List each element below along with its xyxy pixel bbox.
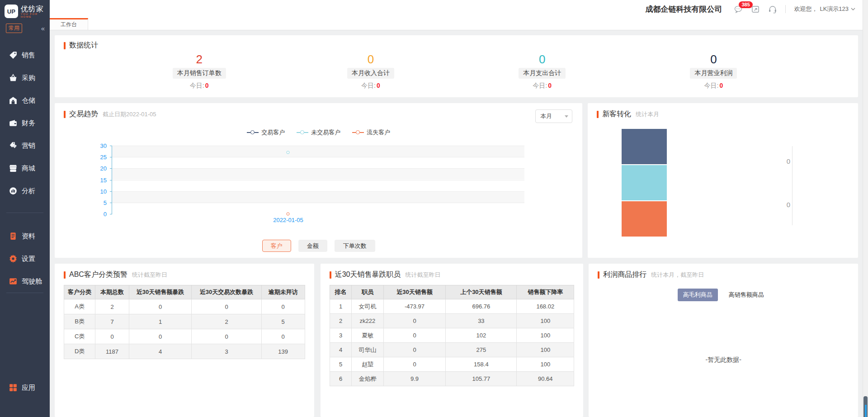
sidebar-item-purchase[interactable]: 采购 [0,66,50,89]
sidebar-collapse-icon[interactable]: « [41,24,45,32]
stat-label: 本月销售订单数 [173,68,226,79]
table-header-cell: 客户分类 [64,285,95,299]
table-row: 6金焰桦9.9105.7790.64 [330,372,574,386]
table-cell: 2 [330,314,352,328]
table-cell: 司华山 [352,343,383,357]
table-cell: 5 [330,357,352,372]
sidebar-item-analysis[interactable]: 分析 [0,180,50,202]
message-count-badge: 385 [739,1,752,8]
legend-marker-icon [352,130,364,135]
table-cell: A类 [64,299,95,314]
chart-grid-band [112,146,524,157]
table-cell: 0 [192,299,261,314]
welcome-text: 欢迎您， [794,5,817,13]
table-cell: 0 [383,343,446,357]
table-cell: B类 [64,314,95,329]
table-cell: 6 [330,372,352,386]
profit-toggle-button[interactable]: 高销售额商品 [723,289,769,301]
data-point [287,213,290,216]
abc-title: ABC客户分类预警 [69,270,127,280]
trend-metric-button[interactable]: 下单次数 [335,240,375,252]
sidebar-item-finance[interactable]: 财务 [0,112,50,134]
table-cell: 4 [129,344,191,359]
sidebar-item-settings[interactable]: 设置 [0,247,50,270]
section-marker [330,271,331,279]
sidebar-item-warehouse[interactable]: 仓储 [0,89,50,112]
table-header-cell: 近30天交易次数暴跌 [192,285,261,299]
stat-value: 0 [457,52,628,66]
table-cell: 275 [446,343,517,357]
table-header-cell: 近30天销售额 [383,285,446,299]
y-axis-tick-label: 30 [93,142,107,149]
legend-item[interactable]: 流失客户 [352,128,390,137]
funnel-card: 新客转化 统计本月 新增客户数0 0 首次交易客户0 0 复购客户0 [588,103,858,258]
chart-grid-band [112,180,524,191]
profit-subtitle: 统计本月，截至昨日 [651,271,704,279]
support-button[interactable] [768,5,777,14]
tab-workbench[interactable]: 工作台 [50,18,88,30]
table-cell: 139 [261,344,305,359]
table-cell: 33 [446,314,517,328]
apps-icon [9,384,17,392]
table-cell: 2 [192,314,261,329]
section-marker [597,111,599,118]
topbar: 成都企链科技有限公司 385 [50,0,863,18]
chart-legend: 交易客户未交易客户流失客户 [55,128,582,137]
stat-value: 0 [285,52,456,66]
period-select[interactable]: 本月 [535,109,572,123]
table-row: B类7125 [64,314,305,329]
trend-line-chart: 0510152025302022-01-05 [112,146,524,214]
y-axis-tick [110,180,112,180]
table-cell: 168.02 [517,299,574,314]
tab-bar: 工作台 [50,18,863,30]
scrollbar-thumb[interactable] [863,396,868,417]
table-cell: 3 [330,328,352,343]
sidebar-main-menu: 销售采购仓储财务营销商城分析 [0,44,50,202]
table-header-cell: 排名 [330,285,352,299]
basket-icon [9,74,17,82]
sidebar-item-marketing[interactable]: 营销 [0,134,50,157]
favorites-badge[interactable]: 常用 [6,24,22,33]
table-cell: 7 [95,314,129,329]
sidebar-item-cockpit[interactable]: 驾驶舱 [0,270,50,293]
y-axis-tick [110,214,112,214]
y-axis-tick [110,203,112,203]
sidebar-item-label: 营销 [22,142,35,150]
user-menu[interactable]: 欢迎您， LK演示123 [794,5,855,13]
sidebar-item-label: 采购 [22,74,35,82]
user-name: LK演示123 [820,5,849,13]
decline-title: 近30天销售暴跌职员 [335,270,401,280]
section-marker [598,271,599,279]
sidebar-item-data[interactable]: 资料 [0,225,50,247]
decline-table: 排名职员近30天销售额上个30天销售额销售额下降率1女司机-473.97696.… [330,285,575,386]
legend-item[interactable]: 交易客户 [247,128,285,137]
messages-button[interactable]: 385 [734,5,743,14]
stat-today: 今日:0 [457,82,628,90]
fullscreen-button[interactable] [751,5,760,14]
table-cell: 4 [330,343,352,357]
legend-item[interactable]: 未交易客户 [297,128,340,137]
profit-title: 利润商品排行 [603,270,646,280]
table-cell: 100 [517,314,574,328]
stat-item: 2本月销售订单数今日:0 [113,52,285,90]
sidebar-item-mall[interactable]: 商城 [0,157,50,180]
y-axis-tick-label: 0 [93,211,107,218]
dashboard-content: 数据统计 2本月销售订单数今日:00本月收入合计今日:00本月支出合计今日:00… [50,30,863,417]
trend-metric-button[interactable]: 客户 [262,240,291,252]
sidebar-item-sales[interactable]: 销售 [0,44,50,66]
chevron-down-icon [851,8,855,10]
chart-grid-band [112,157,524,168]
table-cell: 696.76 [446,299,517,314]
sidebar-item-apps[interactable]: 应用 [0,376,50,399]
y-axis-tick [110,157,112,157]
store-icon [9,164,17,172]
document-icon [9,232,17,240]
trend-metric-button[interactable]: 金额 [298,240,327,252]
profit-toggle-button[interactable]: 高毛利商品 [678,289,718,301]
stat-today: 今日:0 [285,82,456,90]
table-cell: 1 [330,299,352,314]
table-cell: 100 [517,343,574,357]
table-header-cell: 销售额下降率 [517,285,574,299]
stat-item: 0本月收入合计今日:0 [285,52,456,90]
table-cell: 女司机 [352,299,383,314]
